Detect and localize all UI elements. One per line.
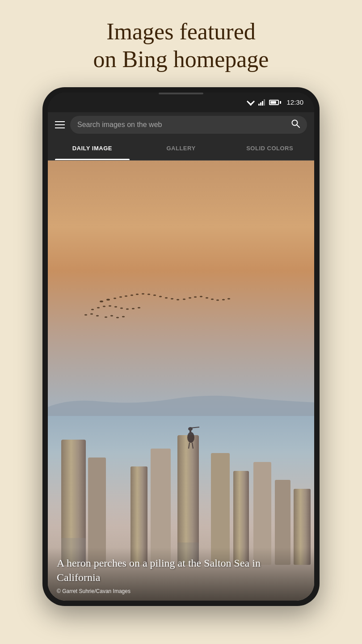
daily-image: A heron perches on a piling at the Salto… — [48, 161, 314, 601]
svg-point-15 — [136, 294, 139, 295]
svg-point-42 — [90, 314, 93, 315]
svg-point-14 — [130, 295, 133, 296]
svg-rect-3 — [258, 104, 260, 106]
daily-image-area[interactable]: A heron perches on a piling at the Salto… — [48, 161, 314, 601]
svg-point-10 — [106, 299, 110, 301]
svg-rect-5 — [262, 101, 263, 106]
battery-icon — [269, 100, 281, 105]
svg-rect-6 — [264, 99, 265, 106]
svg-point-21 — [171, 298, 173, 300]
svg-point-43 — [96, 315, 99, 317]
svg-rect-54 — [189, 430, 191, 438]
svg-line-8 — [297, 125, 299, 127]
svg-point-22 — [177, 299, 179, 301]
wifi-icon — [247, 99, 255, 106]
tab-gallery[interactable]: GALLERY — [137, 137, 226, 160]
svg-point-26 — [200, 296, 202, 297]
phone-screen: 12:30 Search images on the web — [48, 93, 314, 601]
phone-notch — [159, 93, 203, 94]
search-icon[interactable] — [291, 119, 300, 130]
svg-point-16 — [142, 293, 144, 295]
svg-point-28 — [211, 299, 214, 300]
svg-point-19 — [159, 296, 162, 297]
caption-credit: © Garret Suhrie/Cavan Images — [57, 588, 305, 594]
status-bar: 12:30 — [48, 93, 314, 112]
birds-layer — [48, 284, 314, 337]
svg-point-17 — [147, 294, 150, 295]
pilings-layer — [48, 413, 314, 565]
svg-point-31 — [227, 298, 230, 300]
svg-point-38 — [126, 309, 129, 310]
search-input-wrapper[interactable]: Search images on the web — [70, 116, 307, 134]
menu-button[interactable] — [55, 121, 65, 128]
tab-solid-colors[interactable]: SOLID COLORS — [225, 137, 314, 160]
svg-point-30 — [222, 299, 225, 301]
svg-point-46 — [116, 317, 119, 318]
svg-point-33 — [97, 307, 100, 309]
caption-overlay: A heron perches on a piling at the Salto… — [48, 547, 314, 600]
svg-point-11 — [114, 298, 116, 299]
svg-point-13 — [125, 296, 127, 297]
tab-daily-image[interactable]: DAILY IMAGE — [48, 137, 137, 160]
caption-title: A heron perches on a piling at the Salto… — [57, 556, 305, 584]
svg-point-40 — [138, 307, 140, 309]
svg-point-12 — [119, 297, 122, 298]
status-time: 12:30 — [286, 98, 303, 106]
svg-point-20 — [165, 297, 168, 299]
svg-point-41 — [84, 314, 87, 316]
phone-shell: 12:30 Search images on the web — [42, 87, 320, 606]
horizon-layer — [48, 389, 314, 416]
svg-line-56 — [190, 427, 199, 428]
svg-point-25 — [194, 297, 197, 298]
svg-point-47 — [122, 316, 125, 318]
svg-point-23 — [183, 299, 185, 300]
svg-point-36 — [114, 306, 117, 308]
signal-icon — [258, 99, 265, 106]
svg-point-39 — [132, 308, 135, 309]
svg-point-29 — [216, 300, 219, 301]
svg-point-34 — [103, 306, 105, 307]
svg-point-9 — [100, 301, 103, 302]
search-bar: Search images on the web — [48, 112, 314, 137]
svg-point-24 — [189, 297, 191, 299]
svg-point-32 — [91, 309, 94, 310]
svg-point-27 — [206, 297, 208, 299]
svg-point-45 — [110, 315, 113, 317]
svg-point-18 — [153, 295, 156, 296]
svg-point-37 — [120, 308, 123, 309]
status-icons: 12:30 — [247, 98, 303, 106]
tabs-bar: DAILY IMAGE GALLERY SOLID COLORS — [48, 137, 314, 161]
phone-mockup: 12:30 Search images on the web — [42, 87, 320, 644]
page-title: Images featured on Bing homepage — [67, 0, 296, 87]
search-placeholder: Search images on the web — [77, 121, 286, 129]
svg-point-44 — [105, 317, 107, 318]
svg-rect-4 — [260, 102, 261, 106]
svg-point-35 — [109, 305, 111, 307]
